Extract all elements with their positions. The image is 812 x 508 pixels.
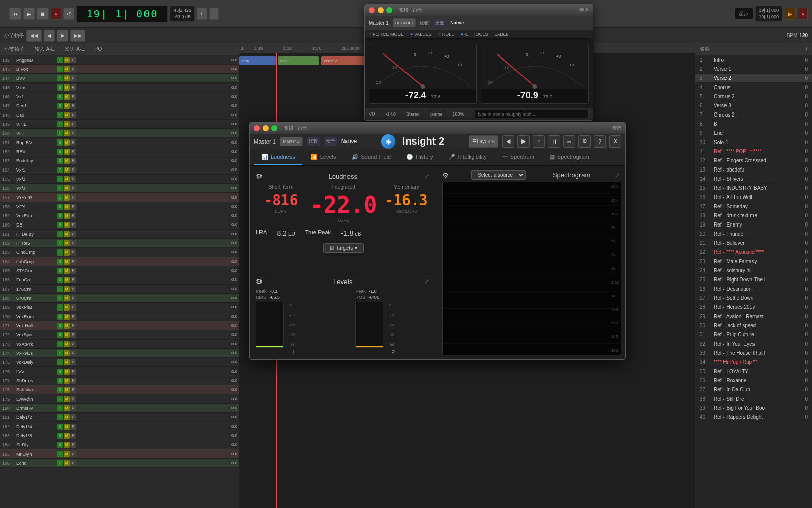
marker-row[interactable]: 16 Ref - All Too Well 0: [695, 193, 812, 202]
track-solo-btn[interactable]: M: [64, 314, 70, 320]
track-rec-btn[interactable]: R: [70, 121, 76, 127]
track-row[interactable]: 170 VoxRom S M R 0.0: [0, 312, 239, 321]
track-row[interactable]: 179 LwWdth S M R 0.0: [0, 394, 239, 404]
track-row[interactable]: 177 SbDrms S M R 0.0: [0, 376, 239, 385]
marker-row[interactable]: 11 Ref - **** POP! ****** 0: [695, 147, 812, 156]
vu-label-opt[interactable]: LABEL: [494, 32, 508, 37]
track-rec-btn[interactable]: R: [70, 341, 76, 347]
region-intro[interactable]: Intro: [239, 56, 276, 65]
marker-row[interactable]: 28 Ref - Heroes 2017 0: [695, 303, 812, 312]
track-rec-btn[interactable]: R: [70, 332, 76, 338]
track-solo-btn[interactable]: M: [64, 231, 70, 237]
track-row[interactable]: 164 LabCmp S M R 0.0: [0, 257, 239, 266]
track-rec-btn[interactable]: R: [70, 231, 76, 237]
marker-row[interactable]: 3 Verse 2 0: [695, 74, 812, 83]
track-solo-btn[interactable]: M: [64, 158, 70, 164]
track-mute-btn[interactable]: S: [57, 66, 63, 72]
track-rec-btn[interactable]: R: [70, 149, 76, 155]
track-mute-btn[interactable]: S: [57, 460, 63, 466]
track-row[interactable]: 161 Hi Delay S M R 0.0: [0, 230, 239, 239]
track-row[interactable]: 176 LVV S M R 0.0: [0, 367, 239, 376]
track-mute-btn[interactable]: S: [57, 433, 63, 439]
track-solo-btn[interactable]: M: [64, 121, 70, 127]
track-solo-btn[interactable]: M: [64, 204, 70, 210]
track-solo-btn[interactable]: M: [64, 414, 70, 420]
marker-row[interactable]: 36 Ref - Roxanne 0: [695, 376, 812, 385]
track-mute-btn[interactable]: S: [57, 94, 63, 100]
marker-row[interactable]: 26 Ref - Destination 0: [695, 285, 812, 294]
track-solo-btn[interactable]: M: [64, 396, 70, 402]
marker-row[interactable]: 31 Ref - Pulp Cuiture 0: [695, 330, 812, 340]
track-solo-btn[interactable]: M: [64, 387, 70, 393]
gear-icon-spec[interactable]: ⚙: [442, 171, 449, 179]
track-row[interactable]: 162 Hi Rev S M R 0.0: [0, 239, 239, 248]
track-row[interactable]: 167 176Cm S M R 0.0: [0, 285, 239, 294]
marker-row[interactable]: 14 Ref - Shivers 0: [695, 175, 812, 184]
track-mute-btn[interactable]: S: [57, 204, 63, 210]
tab-intelligibility[interactable]: 🎤 Intelligibility: [441, 149, 494, 165]
track-rec-btn[interactable]: R: [70, 167, 76, 173]
marker-row[interactable]: 9 End 0: [695, 129, 812, 138]
track-rec-btn[interactable]: R: [70, 460, 76, 466]
loop-button[interactable]: ↺: [63, 8, 74, 20]
track-mute-btn[interactable]: S: [57, 103, 63, 109]
track-mute-btn[interactable]: S: [57, 249, 63, 256]
track-row[interactable]: 149 VHIL S M R 0.0: [0, 120, 239, 129]
marker-row[interactable]: 24 Ref - solsbury hill 0: [695, 266, 812, 275]
track-row[interactable]: 150 VHI S M R 0.0: [0, 129, 239, 138]
track-rec-btn[interactable]: R: [70, 414, 76, 420]
track-rec-btn[interactable]: R: [70, 295, 76, 301]
track-mute-btn[interactable]: S: [57, 286, 63, 292]
track-rec-btn[interactable]: R: [70, 213, 76, 219]
vu-note-input[interactable]: [475, 110, 589, 118]
stop-button[interactable]: ⏹: [37, 8, 49, 20]
track-mute-btn[interactable]: S: [57, 350, 63, 356]
track-rec-btn[interactable]: R: [70, 194, 76, 201]
track-solo-btn[interactable]: M: [64, 460, 70, 466]
track-mute-btn[interactable]: S: [57, 323, 63, 329]
track-rec-btn[interactable]: R: [70, 94, 76, 100]
marker-row[interactable]: 6 Verse 3 0: [695, 101, 812, 110]
track-row[interactable]: 180 DrmsRv S M R 0.0: [0, 404, 239, 413]
track-row[interactable]: 174 VxRvBs S M R 0.0: [0, 349, 239, 358]
insight-inf-btn[interactable]: ∞: [563, 135, 575, 148]
track-row[interactable]: 183 Dely1/8 S M R 0.0: [0, 431, 239, 440]
track-mute-btn[interactable]: S: [57, 295, 63, 301]
track-solo-btn[interactable]: M: [64, 194, 70, 201]
track-mute-btn[interactable]: S: [57, 451, 63, 457]
marker-row[interactable]: 17 Ref - Someday 0: [695, 202, 812, 211]
track-rec-btn[interactable]: R: [70, 222, 76, 228]
levels-expand-btn[interactable]: ⤢: [423, 277, 431, 286]
track-rec-btn[interactable]: R: [70, 304, 76, 311]
tab-history[interactable]: 🕐 History: [399, 149, 440, 165]
track-rec-btn[interactable]: R: [70, 359, 76, 365]
track-rec-btn[interactable]: R: [70, 259, 76, 265]
track-row[interactable]: 143 B Vox S M R 0.0: [0, 65, 239, 74]
marker-row[interactable]: 35 Ref - LOYALTY 0: [695, 367, 812, 376]
track-mute-btn[interactable]: S: [57, 387, 63, 393]
marker-row[interactable]: 7 Chrous 2 0: [695, 110, 812, 120]
track-rec-btn[interactable]: R: [70, 112, 76, 118]
track-row[interactable]: 168 670Cm S M R 0.0: [0, 294, 239, 303]
track-solo-btn[interactable]: M: [64, 66, 70, 72]
track-solo-btn[interactable]: M: [64, 369, 70, 375]
vu-hold[interactable]: ○ HOLD: [438, 32, 455, 37]
track-rec-btn[interactable]: R: [70, 57, 76, 63]
track-solo-btn[interactable]: M: [64, 350, 70, 356]
track-rec-btn[interactable]: R: [70, 277, 76, 283]
track-mute-btn[interactable]: S: [57, 139, 63, 146]
marker-row[interactable]: 20 Ref - Thunder 0: [695, 230, 812, 239]
gear-icon-levels[interactable]: ⚙: [256, 277, 263, 286]
track-row[interactable]: 145 Vxm S M R 0.0: [0, 83, 239, 92]
insight-pause-btn[interactable]: ⏸: [548, 135, 560, 148]
track-row[interactable]: 172 VoxSpc S M R 0.0: [0, 330, 239, 340]
track-rec-btn[interactable]: R: [70, 84, 76, 91]
track-mute-btn[interactable]: S: [57, 259, 63, 265]
track-solo-btn[interactable]: M: [64, 57, 70, 63]
track-rec-btn[interactable]: R: [70, 130, 76, 136]
track-mute-btn[interactable]: S: [57, 424, 63, 430]
insight-help-btn[interactable]: ?: [594, 135, 606, 148]
track-solo-btn[interactable]: M: [64, 304, 70, 311]
track-solo-btn[interactable]: M: [64, 341, 70, 347]
track-mute-btn[interactable]: S: [57, 359, 63, 365]
